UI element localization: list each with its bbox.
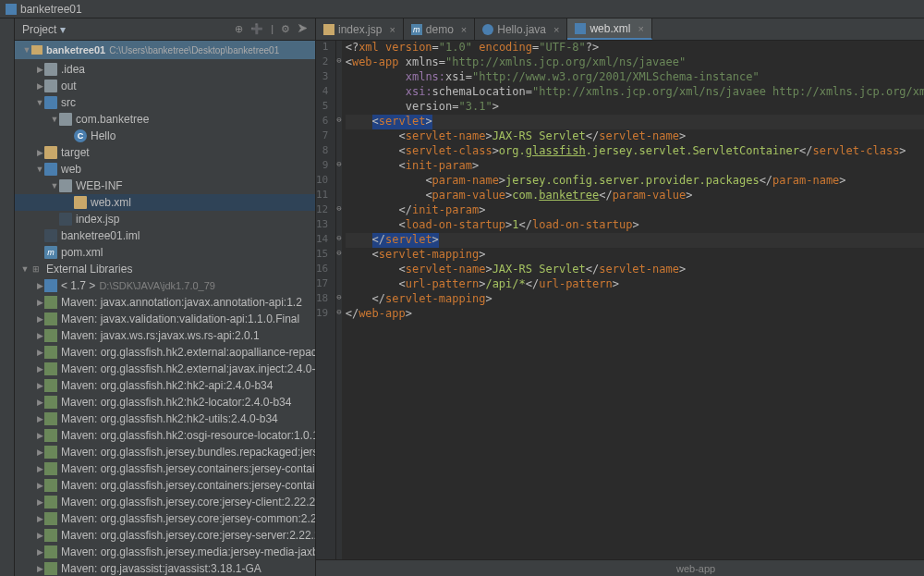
library-item[interactable]: Maven: org.glassfish.hk2.external:aopall…	[15, 344, 315, 361]
library-item[interactable]: Maven: org.javassist:javassist:3.18.1-GA	[15, 560, 315, 576]
line-number[interactable]: 19	[316, 307, 335, 322]
tree-arrow-icon[interactable]	[35, 348, 44, 357]
code-line[interactable]: <param-value>com.banketree</param-value>	[346, 189, 924, 203]
code-line[interactable]: </servlet>	[346, 233, 924, 248]
line-number[interactable]: 15	[316, 248, 335, 263]
line-number[interactable]: 5	[316, 100, 335, 115]
tree-item[interactable]: Hello	[15, 128, 315, 144]
code-line[interactable]: <servlet-name>JAX-RS Servlet</servlet-na…	[346, 263, 924, 277]
line-number[interactable]: 13	[316, 218, 335, 233]
hide-icon[interactable]: ⮞	[298, 23, 308, 35]
breadcrumb-bar[interactable]: web-app	[316, 559, 924, 576]
editor-tab[interactable]: index.jsp×	[316, 18, 404, 40]
code-line[interactable]: </servlet-mapping>	[346, 292, 924, 307]
project-tree[interactable]: .ideaoutsrccom.banketreeHellotargetwebWE…	[15, 59, 315, 576]
close-icon[interactable]: ×	[553, 24, 559, 35]
tree-arrow-icon[interactable]	[35, 547, 44, 557]
editor[interactable]: 12345678910111213141516171819 ⊖⊖⊖⊖⊖⊖⊖⊖ <…	[316, 41, 924, 559]
code-line[interactable]: version="3.1">	[346, 100, 924, 115]
library-item[interactable]: Maven: org.glassfish.jersey.core:jersey-…	[15, 494, 315, 510]
code-line[interactable]: <load-on-startup>1</load-on-startup>	[346, 218, 924, 233]
tree-arrow-icon[interactable]	[35, 281, 44, 290]
tree-item[interactable]: WEB-INF	[15, 178, 315, 194]
tree-item[interactable]: src	[15, 94, 315, 111]
close-icon[interactable]: ×	[638, 23, 643, 34]
close-icon[interactable]: ×	[461, 24, 467, 35]
code-line[interactable]: </init-param>	[346, 203, 924, 218]
tree-arrow-icon[interactable]	[35, 98, 44, 107]
tree-arrow-icon[interactable]	[35, 165, 44, 174]
tree-arrow-icon[interactable]	[35, 414, 44, 423]
project-header-title[interactable]: Project	[22, 23, 56, 36]
code-line[interactable]: <?xml version="1.0" encoding="UTF-8"?>	[346, 41, 924, 55]
line-number[interactable]: 10	[316, 174, 335, 189]
tree-item[interactable]: pom.xml	[15, 244, 315, 261]
tree-item[interactable]: banketree01.iml	[15, 227, 315, 244]
code-line[interactable]: <param-name>jersey.config.server.provide…	[346, 174, 924, 189]
tree-arrow-icon[interactable]	[50, 115, 59, 124]
tree-arrow-icon[interactable]	[35, 148, 44, 157]
close-icon[interactable]: ×	[389, 24, 395, 35]
line-number[interactable]: 16	[316, 263, 335, 277]
editor-tab[interactable]: demo×	[404, 18, 475, 40]
tree-arrow-icon[interactable]	[35, 564, 44, 573]
code-line[interactable]: <servlet-class>org.glassfish.jersey.serv…	[346, 144, 924, 159]
tool-sidebar[interactable]	[0, 18, 15, 576]
library-item[interactable]: Maven: org.glassfish.hk2.external:javax.…	[15, 361, 315, 377]
breadcrumb-item[interactable]: web-app	[676, 563, 715, 574]
tree-arrow-icon[interactable]	[35, 381, 44, 390]
tree-arrow-icon[interactable]	[35, 514, 44, 523]
library-item[interactable]: Maven: org.glassfish.hk2:hk2-api:2.4.0-b…	[15, 377, 315, 394]
line-number[interactable]: 9	[316, 159, 335, 174]
line-number[interactable]: 18	[316, 292, 335, 307]
library-item[interactable]: Maven: org.glassfish.jersey.bundles.repa…	[15, 444, 315, 460]
library-item[interactable]: Maven: org.glassfish.jersey.media:jersey…	[15, 544, 315, 560]
code-line[interactable]: <servlet-mapping>	[346, 248, 924, 263]
tree-arrow-icon[interactable]	[35, 497, 44, 507]
tree-arrow-icon[interactable]	[20, 264, 30, 274]
tree-item[interactable]: com.banketree	[15, 111, 315, 128]
collapse-icon[interactable]: ⊕	[235, 23, 243, 35]
code-line[interactable]: <servlet>	[346, 115, 924, 129]
tree-arrow-icon[interactable]	[35, 81, 44, 91]
line-number[interactable]: 17	[316, 277, 335, 292]
tree-arrow-icon[interactable]	[35, 431, 44, 440]
tree-arrow-icon[interactable]	[35, 364, 44, 374]
library-item[interactable]: Maven: org.glassfish.hk2:hk2-locator:2.4…	[15, 394, 315, 411]
code-line[interactable]: xmlns:xsi="http://www.w3.org/2001/XMLSch…	[346, 70, 924, 85]
library-item[interactable]: Maven: org.glassfish.jersey.containers:j…	[15, 477, 315, 494]
library-item[interactable]: Maven: org.glassfish.hk2:osgi-resource-l…	[15, 427, 315, 444]
library-item[interactable]: < 1.7 >D:\SDK\JAVA\jdk1.7.0_79	[15, 277, 315, 294]
code-line[interactable]: <servlet-name>JAX-RS Servlet</servlet-na…	[346, 129, 924, 144]
tree-item[interactable]: .idea	[15, 61, 315, 78]
tree-item[interactable]: web	[15, 161, 315, 178]
library-item[interactable]: Maven: javax.annotation:javax.annotation…	[15, 294, 315, 311]
code-line[interactable]: </web-app>	[346, 307, 924, 322]
line-gutter[interactable]: 12345678910111213141516171819	[316, 41, 336, 559]
tree-item[interactable]: index.jsp	[15, 211, 315, 227]
tree-arrow-icon[interactable]	[50, 181, 59, 190]
tree-arrow-icon[interactable]	[35, 464, 44, 473]
tree-item[interactable]: web.xml	[15, 194, 315, 211]
code-line[interactable]: <url-pattern>/api/*</url-pattern>	[346, 277, 924, 292]
gear-icon[interactable]: ⚙	[281, 23, 290, 35]
library-item[interactable]: Maven: javax.validation:validation-api:1…	[15, 311, 315, 327]
tree-arrow-icon[interactable]	[35, 298, 44, 307]
line-number[interactable]: 8	[316, 144, 335, 159]
editor-tab[interactable]: Hello.java×	[475, 18, 567, 40]
line-number[interactable]: 1	[316, 41, 335, 55]
tree-arrow-icon[interactable]	[35, 314, 44, 324]
code-line[interactable]: <init-param>	[346, 159, 924, 174]
tree-arrow-icon[interactable]	[35, 65, 44, 74]
project-dropdown-arrow[interactable]: ▾	[60, 23, 66, 36]
code-area[interactable]: <?xml version="1.0" encoding="UTF-8"?><w…	[342, 41, 924, 559]
line-number[interactable]: 3	[316, 70, 335, 85]
line-number[interactable]: 14	[316, 233, 335, 248]
line-number[interactable]: 12	[316, 203, 335, 218]
line-number[interactable]: 2	[316, 55, 335, 70]
library-item[interactable]: Maven: javax.ws.rs:javax.ws.rs-api:2.0.1	[15, 327, 315, 344]
project-root-breadcrumb[interactable]: banketree01 C:\Users\banketree\Desktop\b…	[15, 41, 315, 59]
tree-arrow-icon[interactable]	[35, 331, 44, 340]
line-number[interactable]: 11	[316, 189, 335, 203]
external-libraries-header[interactable]: ⊞External Libraries	[15, 261, 315, 277]
